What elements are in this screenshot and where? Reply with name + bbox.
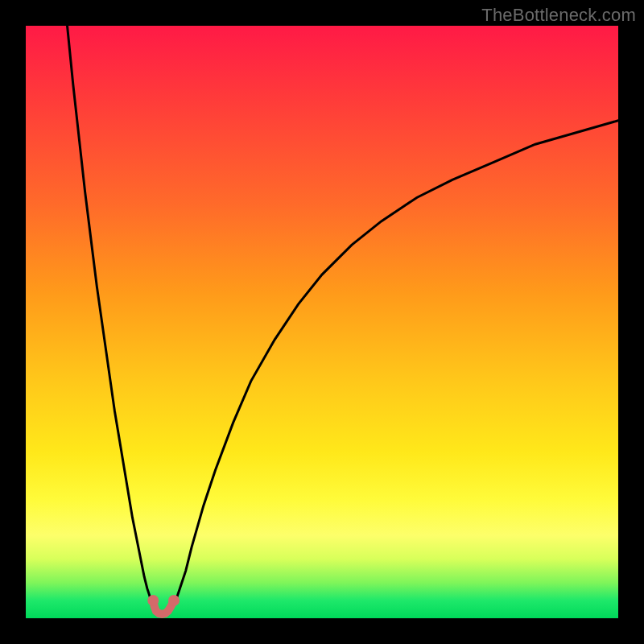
plot-area — [26, 26, 618, 618]
notch-end-right — [168, 595, 180, 606]
right-branch-curve — [174, 121, 618, 601]
watermark-text: TheBottleneck.com — [481, 5, 636, 26]
curve-layer — [26, 26, 618, 618]
chart-frame: TheBottleneck.com — [0, 0, 644, 644]
left-branch-curve — [68, 26, 154, 601]
notch-end-left — [147, 595, 159, 606]
